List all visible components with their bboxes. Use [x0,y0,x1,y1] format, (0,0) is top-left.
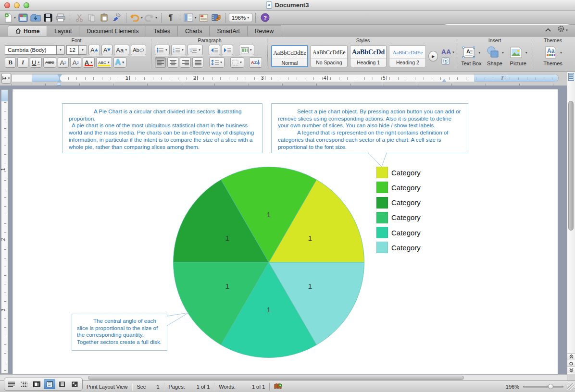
tab-layout[interactable]: Layout [47,25,79,36]
print-layout-view-button[interactable] [44,379,55,389]
change-styles-button[interactable]: AA [441,48,455,56]
tab-home[interactable]: Home [8,25,47,36]
note-textbox-actions[interactable]: Select a pie chart object. By pressing a… [271,103,468,153]
show-paragraph-marks-button[interactable]: ¶ [165,12,176,24]
gallery-button[interactable] [17,12,29,24]
new-document-button[interactable] [4,12,16,24]
tab-review[interactable]: Review [247,25,281,36]
publishing-layout-view-button[interactable] [31,379,43,389]
superscript-button[interactable]: A2 [58,57,69,68]
shape-dropdown[interactable] [500,48,504,57]
save-button[interactable] [42,12,54,24]
next-page-button[interactable] [567,367,575,373]
grow-font-button[interactable]: A [88,45,100,55]
full-screen-view-button[interactable] [69,379,81,389]
spelling-status-icon[interactable] [274,383,282,390]
style-heading-2[interactable]: AaBbCcDdEe Heading 2 [389,45,426,67]
horizontal-scroll-thumb[interactable] [88,376,464,380]
highlight-button[interactable]: ABC [96,57,112,68]
right-indent-marker[interactable] [442,79,447,82]
font-size-dropdown[interactable] [79,45,87,55]
hanging-indent-marker[interactable] [57,79,62,82]
font-color-button[interactable]: A [83,57,95,68]
legend-item[interactable]: Category [376,212,421,223]
zoom-slider[interactable] [523,386,563,388]
align-center-button[interactable] [167,57,178,68]
legend-item[interactable]: Category [376,227,421,238]
legend-item[interactable]: Category [376,167,421,178]
gear-icon[interactable] [558,25,568,34]
underline-button[interactable]: U [30,57,42,68]
style-heading-1[interactable]: AaBbCcDd Heading 1 [350,45,387,67]
bullets-button[interactable] [155,45,170,55]
document-page[interactable]: A Pie Chart is a circular chart divided … [12,89,558,374]
tab-smartart[interactable]: SmartArt [209,25,247,36]
media-browser-button[interactable] [211,12,222,24]
help-button[interactable]: ? [259,12,271,24]
vertical-ruler[interactable]: 1 2 3 [1,89,8,374]
horizontal-scrollbar[interactable] [0,374,567,380]
subscript-button[interactable]: A2 [70,57,81,68]
change-case-button[interactable]: Aa [114,45,129,55]
insert-picture-button[interactable]: Picture [507,45,529,66]
themes-dropdown[interactable] [559,48,562,57]
font-name-combo[interactable]: Cambria (Body) [5,45,65,55]
insert-shape-button[interactable]: Shape [484,45,506,66]
zoom-combo[interactable]: 196% [229,13,252,22]
vertical-scrollbar[interactable] [567,72,575,374]
vertical-scroll-thumb[interactable] [568,101,574,231]
zoom-window-button[interactable] [24,2,29,8]
tab-stop-selector[interactable] [1,73,11,84]
more-styles-button[interactable]: ▶ [428,51,438,61]
multilevel-list-button[interactable]: 1a [188,45,203,55]
sidebar-view-button[interactable] [184,12,197,24]
chart-legend[interactable]: Category Category Category Category Cate… [376,167,421,257]
collapse-ribbon-icon[interactable] [545,28,551,32]
select-browse-object-button[interactable] [567,360,575,367]
align-right-button[interactable] [180,57,191,68]
legend-item[interactable]: Category [376,197,421,208]
horizontal-ruler[interactable]: 1 2 3 4 5 7 [12,74,559,82]
numbering-button[interactable]: 123 [171,45,186,55]
paste-button[interactable] [99,12,110,24]
legend-item[interactable]: Category [376,242,421,253]
sort-button[interactable]: AZ [249,57,262,68]
tab-document-elements[interactable]: Document Elements [79,25,146,36]
shrink-font-button[interactable]: A [101,45,113,55]
tab-tables[interactable]: Tables [146,25,178,36]
style-normal[interactable]: AaBbCcDdEe Normal [271,45,308,67]
style-no-spacing[interactable]: AaBbCcDdEe No Spacing [311,45,348,67]
zoom-slider-knob[interactable] [548,384,553,389]
notebook-layout-view-button[interactable] [56,379,68,389]
tab-charts[interactable]: Charts [177,25,210,36]
increase-indent-button[interactable] [222,45,233,55]
font-name-dropdown[interactable] [57,45,65,55]
text-box-dropdown[interactable] [477,48,481,57]
view-mode-label[interactable]: Print Layout View [87,384,127,390]
picture-dropdown[interactable] [524,48,528,57]
print-button[interactable] [55,12,66,24]
manage-styles-button[interactable]: ¶ [441,57,450,65]
font-size-combo[interactable]: 12 [66,45,87,55]
ruler-toggle-icon[interactable] [568,73,574,81]
window-resize-grip[interactable] [567,383,575,390]
legend-item[interactable]: Category [376,182,421,193]
strikethrough-button[interactable]: ABC [43,57,56,68]
previous-page-button[interactable] [567,353,575,360]
mail-merge-button[interactable] [198,12,210,24]
justify-button[interactable] [192,57,203,68]
text-effects-button[interactable]: A [113,57,127,68]
draft-view-button[interactable] [6,379,17,389]
bold-button[interactable]: B [5,57,16,68]
italic-button[interactable]: I [17,57,28,68]
pages-value[interactable]: 1 of 1 [197,384,210,390]
themes-button[interactable]: Aa Themes [542,45,564,66]
clear-formatting-button[interactable]: Ab [131,45,146,55]
minimize-button[interactable] [14,2,20,8]
first-line-indent-marker[interactable] [57,74,62,78]
open-button[interactable] [30,12,41,24]
outline-view-button[interactable] [18,379,30,389]
note-textbox-central-angle[interactable]: The central angle of each slice is propo… [72,314,167,351]
note-textbox-pie-definition[interactable]: A Pie Chart is a circular chart divided … [62,103,262,153]
undo-button[interactable] [130,12,143,24]
